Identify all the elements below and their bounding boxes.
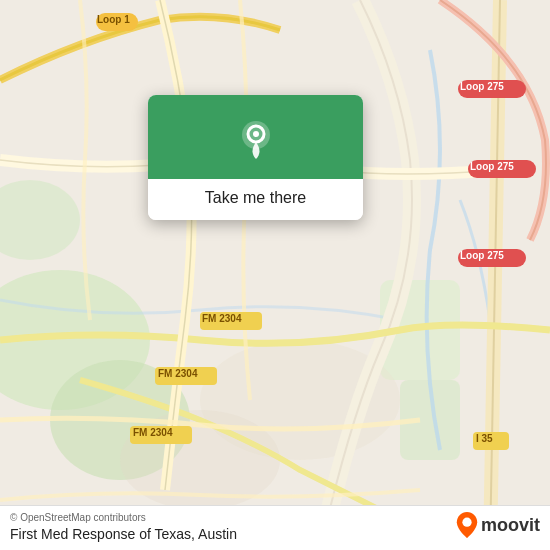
take-me-there-button[interactable]: Take me there xyxy=(148,179,363,220)
road-label-fm2304-2: FM 2304 xyxy=(158,368,197,379)
road-label-i35: I 35 xyxy=(476,433,493,444)
popup-header xyxy=(148,95,363,179)
location-pin-icon xyxy=(234,117,278,161)
road-label-loop275-1: Loop 275 xyxy=(460,81,504,92)
map-container: Loop 1 Loop 275 Loop 275 Loop 275 FM 230… xyxy=(0,0,550,550)
svg-point-18 xyxy=(253,131,259,137)
popup-card: Take me there xyxy=(148,95,363,220)
moovit-wordmark: moovit xyxy=(481,515,540,536)
road-label-fm2304-1: FM 2304 xyxy=(202,313,241,324)
road-label-loop275-2: Loop 275 xyxy=(470,161,514,172)
moovit-logo: moovit xyxy=(456,512,540,538)
road-label-loop1: Loop 1 xyxy=(97,14,130,25)
moovit-pin-icon xyxy=(456,512,478,538)
road-label-fm2304-3: FM 2304 xyxy=(133,427,172,438)
road-label-loop275-3: Loop 275 xyxy=(460,250,504,261)
svg-point-19 xyxy=(462,518,471,527)
